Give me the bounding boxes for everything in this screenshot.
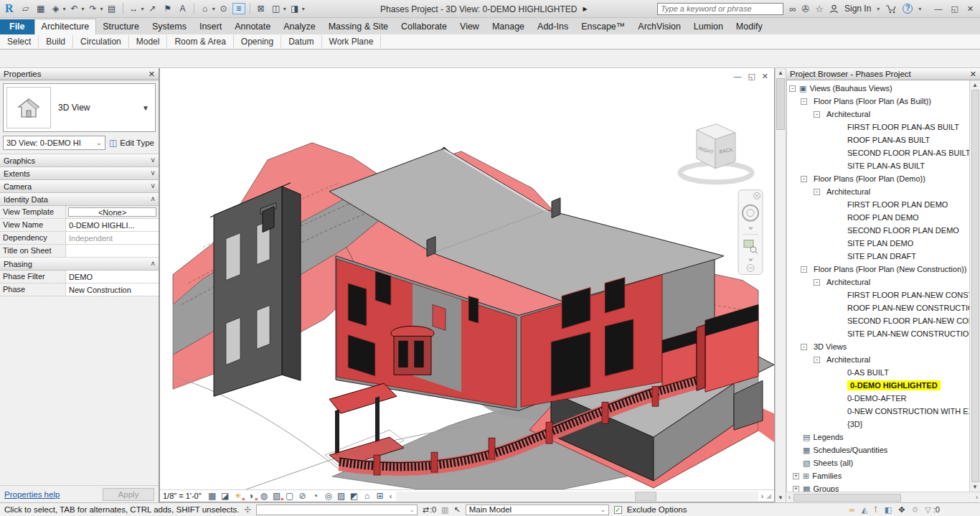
- communication-center-icon[interactable]: ✇: [801, 4, 809, 14]
- tree-item[interactable]: - Floor Plans (Floor Plan (New Construct…: [787, 263, 969, 276]
- tree-item[interactable]: - Architectural: [787, 108, 969, 121]
- close-button[interactable]: ✕: [967, 4, 974, 14]
- property-row[interactable]: Extents ˅: [0, 167, 159, 180]
- tag-icon[interactable]: ⚑: [161, 4, 174, 14]
- tree-expand-icon[interactable]: -: [801, 98, 807, 105]
- visual-style-icon[interactable]: ◪: [220, 491, 230, 501]
- tree-expand-icon[interactable]: +: [793, 486, 799, 492]
- worksets-dropdown[interactable]: ⌄: [256, 505, 418, 515]
- person-icon[interactable]: [829, 4, 839, 14]
- tree-item[interactable]: 0-DEMO-AFTER: [787, 392, 969, 405]
- browser-horizontal-scrollbar[interactable]: ‹ ›: [786, 492, 980, 502]
- navigation-bar[interactable]: [738, 190, 763, 275]
- tree-expand-icon[interactable]: -: [814, 279, 820, 286]
- measure-icon[interactable]: ↔: [128, 4, 141, 14]
- tree-expand-icon[interactable]: +: [793, 473, 799, 479]
- tree-item[interactable]: SITE PLAN DEMO: [787, 237, 969, 250]
- tree-item[interactable]: 0-DEMO HIGHLIGHTED: [787, 379, 969, 392]
- shadows-icon[interactable]: ◑×: [246, 491, 256, 501]
- sun-path-icon[interactable]: ☀×: [233, 491, 243, 501]
- ribbon-tab[interactable]: Collaborate: [395, 19, 453, 34]
- scroll-up-icon[interactable]: ▲: [778, 70, 783, 76]
- horizontal-scrollbar[interactable]: [396, 492, 758, 501]
- viewbar-collapse-icon[interactable]: ‹: [390, 492, 392, 500]
- tree-expand-icon[interactable]: -: [789, 85, 796, 92]
- property-value[interactable]: Independent: [66, 232, 159, 244]
- tree-expand-icon[interactable]: -: [814, 189, 820, 195]
- section-chevron-icon[interactable]: ˅: [151, 156, 155, 164]
- print-icon[interactable]: ▤: [105, 4, 118, 14]
- drag-on-selection-icon[interactable]: ✥: [898, 505, 905, 515]
- ribbon-panel-label[interactable]: Opening: [234, 35, 281, 48]
- properties-close-icon[interactable]: ✕: [149, 70, 155, 79]
- tree-item[interactable]: - Architectural: [787, 353, 969, 366]
- tree-item[interactable]: SITE PLAN DRAFT: [787, 250, 969, 263]
- tree-item[interactable]: - Architectural: [787, 276, 969, 289]
- title-expand-icon[interactable]: ▶: [583, 6, 588, 12]
- apply-button[interactable]: Apply: [103, 488, 154, 501]
- tree-expand-icon[interactable]: -: [801, 344, 807, 350]
- redo-icon[interactable]: ↷: [87, 4, 100, 14]
- scrollbar-thumb[interactable]: [793, 494, 901, 502]
- tree-item[interactable]: ROOF PLAN DEMO: [787, 211, 969, 224]
- ribbon-tab[interactable]: Manage: [486, 19, 531, 34]
- temporary-view-properties-icon[interactable]: ▨: [336, 491, 347, 501]
- design-options-dropdown[interactable]: Main Model ⌄: [466, 505, 609, 515]
- property-row[interactable]: Phasing ˄: [0, 258, 159, 271]
- type-selector[interactable]: 3D View ▼: [3, 83, 156, 132]
- scroll-down-icon[interactable]: ▼: [972, 484, 978, 490]
- property-value[interactable]: 0-DEMO HIGHLI...: [66, 219, 159, 231]
- section-icon[interactable]: ⊙: [217, 4, 230, 14]
- tree-item[interactable]: FIRST FLOOR PLAN-AS BUILT: [787, 121, 969, 133]
- ribbon-panel-label[interactable]: Work Plane: [322, 35, 382, 48]
- drawing-vertical-scrollbar[interactable]: ▲ ▼: [775, 68, 786, 502]
- undo-icon[interactable]: ↶: [68, 4, 81, 14]
- undo-dropdown-icon[interactable]: ▾: [82, 6, 85, 12]
- project-browser-close-icon[interactable]: ✕: [970, 70, 976, 79]
- design-options-icon[interactable]: ▥: [441, 505, 448, 515]
- property-row[interactable]: Identity Data ˄: [0, 193, 159, 206]
- section-chevron-icon[interactable]: ˅: [151, 169, 155, 177]
- selection-filter-icon[interactable]: ▽: [925, 505, 930, 515]
- search-input[interactable]: [657, 3, 783, 15]
- edit-type-button[interactable]: ◫ Edit Type: [109, 138, 156, 148]
- ribbon-panel-label[interactable]: Model: [129, 35, 168, 48]
- tree-expand-icon[interactable]: -: [814, 111, 820, 118]
- crop-view-icon[interactable]: ▧×: [272, 491, 282, 501]
- select-arrow-icon[interactable]: ↖: [453, 505, 460, 515]
- ribbon-tab[interactable]: Analyze: [277, 19, 321, 34]
- switch-windows-dropdown-icon[interactable]: ▾: [283, 6, 286, 12]
- property-row[interactable]: Dependency Independent: [0, 232, 159, 245]
- ribbon-panel-label[interactable]: Datum: [281, 35, 321, 48]
- tree-item[interactable]: - 3D Views: [787, 340, 969, 353]
- editing-requests-icon[interactable]: ⇄: [423, 505, 429, 515]
- ribbon-tab[interactable]: Lumion: [687, 19, 730, 34]
- measure-dropdown-icon[interactable]: ▾: [141, 6, 144, 12]
- view-type-combo[interactable]: 3D View: 0-DEMO HI ⌄: [3, 136, 105, 150]
- dropdown-icon[interactable]: ⌄: [410, 507, 415, 513]
- favorites-icon[interactable]: ☆: [815, 4, 824, 14]
- property-row[interactable]: Phase New Construction: [0, 283, 159, 296]
- select-underlay-icon[interactable]: ◧: [885, 505, 892, 515]
- dropdown-icon[interactable]: ⌄: [600, 507, 606, 513]
- select-links-icon[interactable]: ◭: [862, 505, 867, 515]
- tree-item[interactable]: - Architectural: [787, 185, 969, 198]
- exchange-apps-cart-icon[interactable]: [885, 4, 897, 14]
- view-close-icon[interactable]: ✕: [762, 72, 768, 81]
- default-3d-view-icon[interactable]: ⌂: [199, 4, 212, 14]
- editable-only-icon[interactable]: ∞: [849, 505, 855, 514]
- tree-item[interactable]: SECOND FLOOR PLAN-AS BUILT: [787, 146, 969, 159]
- property-row[interactable]: Title on Sheet: [0, 245, 159, 258]
- tree-item[interactable]: FIRST FLOOR PLAN-NEW CONSTRUCTION: [787, 289, 969, 301]
- tree-item[interactable]: ROOF PLAN-NEW CONSTRUCTION: [787, 301, 969, 314]
- ribbon-tab[interactable]: File: [0, 19, 34, 34]
- tree-item[interactable]: ▤ Legends: [787, 431, 969, 444]
- 3d-model-viewport[interactable]: RIGHT BACK: [160, 68, 774, 489]
- restore-button[interactable]: ◱: [951, 4, 958, 14]
- tree-item[interactable]: ▦ Schedules/Quantities: [787, 444, 969, 456]
- search-icon[interactable]: ∞: [789, 4, 796, 14]
- property-row[interactable]: Phase Filter DEMO: [0, 271, 159, 283]
- section-chevron-icon[interactable]: ˄: [151, 260, 155, 268]
- scrollbar-thumb[interactable]: [776, 78, 785, 130]
- view-scale-button[interactable]: 1/8" = 1'-0": [163, 492, 202, 500]
